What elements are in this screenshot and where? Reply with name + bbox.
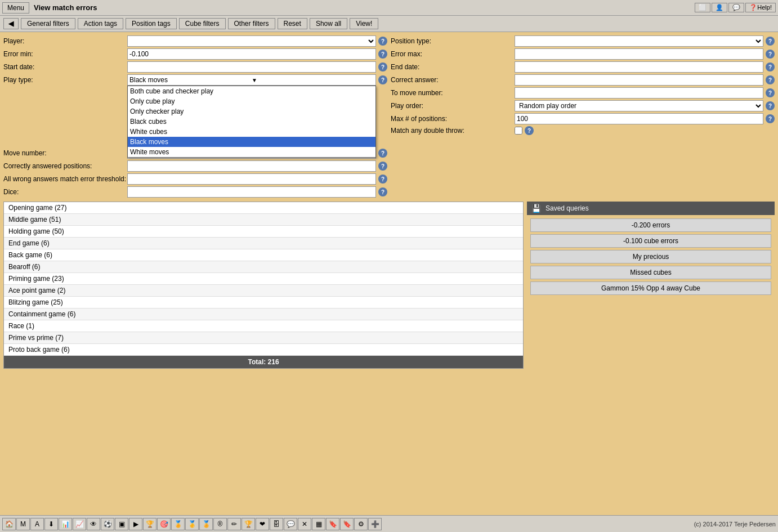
list-item[interactable]: Holding game (50) — [4, 226, 523, 238]
list-item[interactable]: Middle game (51) — [4, 214, 523, 226]
dd-item-only-cube[interactable]: Only cube play — [128, 96, 375, 106]
bt-graph-button[interactable]: 📈 — [73, 518, 86, 530]
correct-answer-input[interactable] — [515, 74, 763, 86]
saved-query-4[interactable]: Gammon 15% Opp 4 away Cube — [530, 281, 771, 295]
saved-query-3[interactable]: Missed cubes — [530, 266, 771, 279]
reset-button[interactable]: Reset — [278, 18, 307, 29]
home-button[interactable]: 🏠 — [2, 518, 16, 530]
play-type-help-icon[interactable]: ? — [378, 75, 387, 84]
correctly-answered-help-icon[interactable]: ? — [378, 162, 387, 171]
back-button[interactable]: ◀ — [3, 18, 19, 29]
dice-input[interactable] — [127, 186, 376, 198]
saved-query-1[interactable]: -0.100 cube errors — [530, 234, 771, 248]
view-button[interactable]: View! — [350, 18, 378, 29]
dd-item-white-moves[interactable]: White moves — [128, 147, 375, 157]
end-date-input[interactable] — [515, 61, 763, 73]
bt-gold-button[interactable]: 🥇 — [185, 518, 199, 530]
other-filters-button[interactable]: Other filters — [228, 18, 275, 29]
position-type-help-icon[interactable]: ? — [766, 37, 775, 46]
dd-item-both-cube-checker[interactable]: Both cube and checker play — [128, 86, 375, 96]
start-date-input[interactable] — [127, 61, 376, 73]
dice-label: Dice: — [3, 188, 127, 196]
help-button[interactable]: ❓Help! — [745, 3, 776, 12]
cube-filters-button[interactable]: Cube filters — [179, 18, 226, 29]
bt-trophy-button[interactable]: 🏆 — [143, 518, 157, 530]
bt-award-button[interactable]: 🏆 — [242, 518, 255, 530]
bt-db-button[interactable]: 🗄 — [270, 518, 283, 530]
list-item[interactable]: Opening game (27) — [4, 202, 523, 214]
error-min-input[interactable] — [127, 48, 376, 60]
dd-item-black-cubes[interactable]: Black cubes — [128, 117, 375, 127]
position-type-select[interactable] — [515, 35, 763, 47]
bt-square-button[interactable]: ▣ — [115, 518, 128, 530]
list-item[interactable]: Containment game (6) — [4, 309, 523, 320]
list-item[interactable]: Proto back game (6) — [4, 344, 523, 356]
correct-answer-help-icon[interactable]: ? — [766, 75, 775, 84]
chat-icon[interactable]: 💬 — [728, 3, 744, 12]
max-positions-input[interactable] — [515, 113, 763, 124]
bt-ball-button[interactable]: ⚽ — [101, 518, 114, 530]
bt-add-button[interactable]: ➕ — [368, 518, 382, 530]
bt-heart-button[interactable]: ❤ — [256, 518, 269, 530]
menu-button[interactable]: Menu — [2, 2, 29, 14]
bt-a-button[interactable]: A — [30, 518, 44, 530]
play-order-select[interactable]: Random play order — [515, 100, 763, 111]
list-item[interactable]: Blitzing game (25) — [4, 297, 523, 309]
list-item[interactable]: End game (6) — [4, 238, 523, 249]
list-item[interactable]: Bearoff (6) — [4, 261, 523, 273]
saved-query-2[interactable]: My precious — [530, 250, 771, 263]
bt-m-button[interactable]: M — [16, 518, 30, 530]
categories-container: Opening game (27) Middle game (51) Holdi… — [3, 202, 524, 369]
all-wrong-input[interactable] — [127, 173, 376, 185]
match-double-checkbox[interactable] — [515, 127, 522, 135]
bt-settings-button[interactable]: ⚙ — [354, 518, 368, 530]
correctly-answered-input[interactable] — [127, 160, 376, 172]
list-item[interactable]: Back game (6) — [4, 249, 523, 261]
bt-medal1-button[interactable]: 🏅 — [171, 518, 185, 530]
bt-edit-button[interactable]: ✏ — [227, 518, 241, 530]
dd-item-black-moves[interactable]: Black moves — [128, 137, 375, 147]
max-positions-help-icon[interactable]: ? — [766, 114, 775, 123]
bt-chart-button[interactable]: 📊 — [59, 518, 72, 530]
action-tags-button[interactable]: Action tags — [78, 18, 123, 29]
list-item[interactable]: Ace point game (2) — [4, 285, 523, 297]
player-help-icon[interactable]: ? — [378, 37, 387, 46]
error-min-help-icon[interactable]: ? — [378, 50, 387, 59]
position-tags-button[interactable]: Position tags — [126, 18, 177, 29]
error-max-input[interactable] — [515, 48, 763, 60]
bt-target-button[interactable]: 🎯 — [157, 518, 171, 530]
list-item[interactable]: Prime vs prime (7) — [4, 332, 523, 344]
player-select[interactable] — [127, 35, 376, 47]
bt-play-button[interactable]: ▶ — [129, 518, 142, 530]
user-icon[interactable]: 👤 — [712, 3, 727, 12]
bt-x-button[interactable]: ✕ — [298, 518, 311, 530]
bt-grid-button[interactable]: ▦ — [312, 518, 325, 530]
move-number-help-icon[interactable]: ? — [378, 149, 387, 158]
end-date-help-icon[interactable]: ? — [766, 62, 775, 71]
bt-down-button[interactable]: ⬇ — [44, 518, 58, 530]
general-filters-button[interactable]: General filters — [21, 18, 75, 29]
bt-bookmark2-button[interactable]: 🔖 — [340, 518, 354, 530]
saved-query-0[interactable]: -0.200 errors — [530, 218, 771, 232]
list-item[interactable]: Race (1) — [4, 320, 523, 332]
play-type-select[interactable]: Black moves ▼ — [127, 74, 376, 86]
match-double-help-icon[interactable]: ? — [525, 126, 534, 135]
play-order-help-icon[interactable]: ? — [766, 101, 775, 110]
error-max-help-icon[interactable]: ? — [766, 50, 775, 59]
to-move-number-input[interactable] — [515, 87, 763, 99]
show-all-button[interactable]: Show all — [310, 18, 347, 29]
minimize-icon[interactable]: ⬜ — [695, 3, 710, 12]
list-item[interactable]: Priming game (23) — [4, 273, 523, 285]
window-controls: ⬜ 👤 💬 ❓Help! — [695, 3, 776, 12]
all-wrong-help-icon[interactable]: ? — [378, 175, 387, 184]
bt-bookmark1-button[interactable]: 🔖 — [326, 518, 339, 530]
bt-eye-button[interactable]: 👁 — [87, 518, 100, 530]
bt-r-button[interactable]: ® — [213, 518, 227, 530]
dd-item-white-cubes[interactable]: White cubes — [128, 127, 375, 137]
bt-msg-button[interactable]: 💬 — [284, 518, 297, 530]
bt-medal2-button[interactable]: 🏅 — [199, 518, 213, 530]
to-move-number-help-icon[interactable]: ? — [766, 88, 775, 97]
start-date-help-icon[interactable]: ? — [378, 62, 387, 71]
dd-item-only-checker[interactable]: Only checker play — [128, 106, 375, 117]
dice-help-icon[interactable]: ? — [378, 187, 387, 196]
